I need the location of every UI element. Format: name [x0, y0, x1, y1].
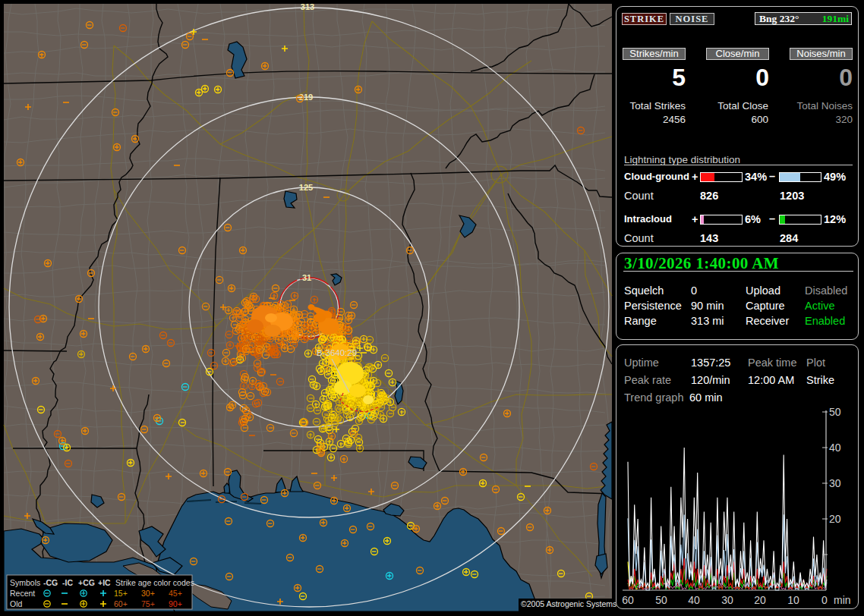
- svg-text:50: 50: [829, 406, 841, 418]
- svg-text:50: 50: [655, 594, 667, 606]
- svg-text:20: 20: [829, 513, 841, 525]
- svg-text:60: 60: [622, 594, 634, 606]
- svg-text:40: 40: [829, 442, 841, 454]
- svg-text:min: min: [834, 594, 851, 606]
- svg-text:10: 10: [787, 594, 799, 606]
- svg-text:40: 40: [688, 594, 700, 606]
- svg-text:30: 30: [721, 594, 733, 606]
- svg-text:0: 0: [821, 594, 828, 606]
- svg-text:20: 20: [754, 594, 766, 606]
- svg-text:30: 30: [829, 477, 841, 489]
